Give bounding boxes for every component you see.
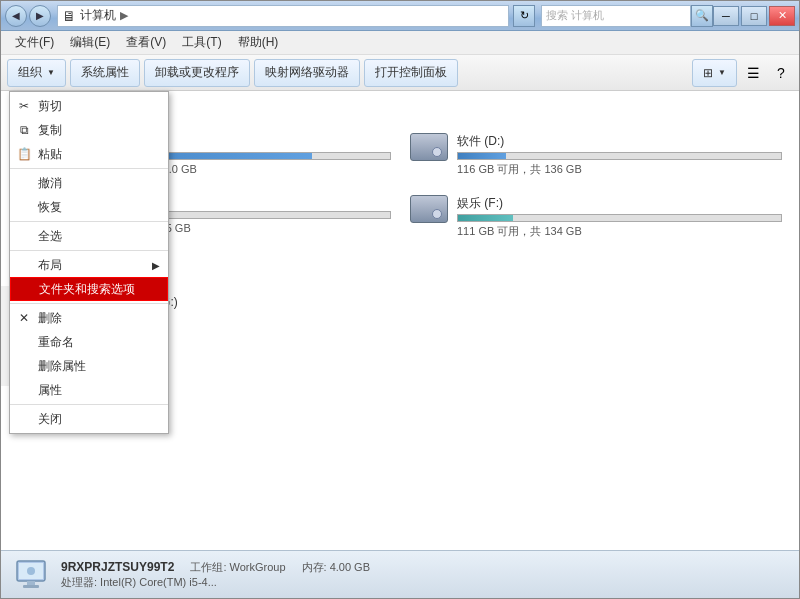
uninstall-button[interactable]: 卸载或更改程序 bbox=[144, 59, 250, 87]
ctx-cut[interactable]: ✂剪切 bbox=[10, 94, 168, 118]
pc-name: 9RXPRJZTSUY99T2 bbox=[61, 560, 174, 575]
ctx-separator-2 bbox=[10, 221, 168, 222]
drive-d[interactable]: 软件 (D:) 116 GB 可用，共 136 GB bbox=[404, 128, 787, 182]
drive-f-icon bbox=[410, 195, 448, 223]
drive-d-size: 116 GB 可用，共 136 GB bbox=[457, 162, 782, 177]
svg-rect-2 bbox=[27, 581, 35, 585]
organize-button[interactable]: 组织 ▼ bbox=[7, 59, 66, 87]
svg-rect-3 bbox=[23, 585, 39, 588]
menu-file[interactable]: 文件(F) bbox=[7, 32, 62, 53]
menu-tools[interactable]: 工具(T) bbox=[174, 32, 229, 53]
menu-help[interactable]: 帮助(H) bbox=[230, 32, 287, 53]
view-options-button[interactable]: ⊞ ▼ bbox=[692, 59, 737, 87]
drive-f[interactable]: 娱乐 (F:) 111 GB 可用，共 134 GB bbox=[404, 190, 787, 244]
status-pc-icon bbox=[13, 557, 49, 593]
copy-icon: ⧉ bbox=[16, 123, 32, 137]
ctx-separator-1 bbox=[10, 168, 168, 169]
main-area: ✂剪切 ⧉复制 📋粘贴 撤消 恢复 全选 布局▶ 文件夹和搜索选项 ✕删除 重命… bbox=[1, 91, 799, 550]
address-text: 计算机 bbox=[80, 7, 116, 24]
address-bar[interactable]: 🖥 计算机 ▶ bbox=[57, 5, 509, 27]
ctx-properties[interactable]: 属性 bbox=[10, 378, 168, 402]
search-bar[interactable]: 搜索 计算机 bbox=[541, 5, 691, 27]
title-bar: ◀ ▶ 🖥 计算机 ▶ ↻ 搜索 计算机 🔍 ─ □ ✕ bbox=[1, 1, 799, 31]
drive-d-icon bbox=[410, 133, 448, 161]
ctx-separator-3 bbox=[10, 250, 168, 251]
delete-icon: ✕ bbox=[16, 311, 32, 325]
system-props-button[interactable]: 系统属性 bbox=[70, 59, 140, 87]
view-dropdown-arrow: ▼ bbox=[718, 68, 726, 77]
ctx-separator-5 bbox=[10, 404, 168, 405]
ctx-delete[interactable]: ✕删除 bbox=[10, 306, 168, 330]
status-bar: 9RXPRJZTSUY99T2 工作组: WorkGroup 内存: 4.00 … bbox=[1, 550, 799, 598]
toolbar: 组织 ▼ 系统属性 卸载或更改程序 映射网络驱动器 打开控制面板 ⊞ ▼ ☰ ? bbox=[1, 55, 799, 91]
ctx-undo[interactable]: 撤消 bbox=[10, 171, 168, 195]
drive-f-icon-container bbox=[409, 195, 449, 223]
computer-svg bbox=[13, 557, 49, 593]
drive-d-info: 软件 (D:) 116 GB 可用，共 136 GB bbox=[457, 133, 782, 177]
refresh-button[interactable]: ↻ bbox=[513, 5, 535, 27]
ctx-close[interactable]: 关闭 bbox=[10, 407, 168, 431]
drive-f-info: 娱乐 (F:) 111 GB 可用，共 134 GB bbox=[457, 195, 782, 239]
ctx-layout[interactable]: 布局▶ bbox=[10, 253, 168, 277]
search-button[interactable]: 🔍 bbox=[691, 5, 713, 27]
status-info: 9RXPRJZTSUY99T2 工作组: WorkGroup 内存: 4.00 … bbox=[61, 560, 370, 590]
ctx-separator-4 bbox=[10, 303, 168, 304]
menu-view[interactable]: 查看(V) bbox=[118, 32, 174, 53]
minimize-button[interactable]: ─ bbox=[713, 6, 739, 26]
status-row-1: 9RXPRJZTSUY99T2 工作组: WorkGroup 内存: 4.00 … bbox=[61, 560, 370, 575]
address-arrow: ▶ bbox=[120, 9, 128, 22]
details-view-button[interactable]: ☰ bbox=[741, 61, 765, 85]
ctx-remove-props[interactable]: 删除属性 bbox=[10, 354, 168, 378]
workgroup: 工作组: WorkGroup bbox=[190, 560, 285, 575]
cut-icon: ✂ bbox=[16, 99, 32, 113]
computer-icon: 🖥 bbox=[62, 8, 76, 24]
window-controls: ─ □ ✕ bbox=[713, 6, 795, 26]
search-placeholder: 搜索 计算机 bbox=[546, 8, 604, 23]
paste-icon: 📋 bbox=[16, 147, 32, 161]
drive-d-icon-container bbox=[409, 133, 449, 161]
ctx-select-all[interactable]: 全选 bbox=[10, 224, 168, 248]
organize-dropdown-arrow: ▼ bbox=[47, 68, 55, 77]
processor: 处理器: Intel(R) Core(TM) i5-4... bbox=[61, 576, 217, 588]
context-menu: ✂剪切 ⧉复制 📋粘贴 撤消 恢复 全选 布局▶ 文件夹和搜索选项 ✕删除 重命… bbox=[9, 91, 169, 434]
ctx-copy[interactable]: ⧉复制 bbox=[10, 118, 168, 142]
status-row-2: 处理器: Intel(R) Core(TM) i5-4... bbox=[61, 575, 370, 590]
forward-button[interactable]: ▶ bbox=[29, 5, 51, 27]
layout-arrow: ▶ bbox=[152, 260, 160, 271]
drive-d-name: 软件 (D:) bbox=[457, 133, 782, 150]
drive-f-bar bbox=[458, 215, 513, 221]
drive-f-size: 111 GB 可用，共 134 GB bbox=[457, 224, 782, 239]
drive-f-bar-container bbox=[457, 214, 782, 222]
drive-d-bar-container bbox=[457, 152, 782, 160]
drive-f-name: 娱乐 (F:) bbox=[457, 195, 782, 212]
ctx-paste[interactable]: 📋粘贴 bbox=[10, 142, 168, 166]
map-drive-button[interactable]: 映射网络驱动器 bbox=[254, 59, 360, 87]
control-panel-button[interactable]: 打开控制面板 bbox=[364, 59, 458, 87]
nav-buttons: ◀ ▶ bbox=[5, 5, 51, 27]
ctx-folder-options[interactable]: 文件夹和搜索选项 bbox=[10, 277, 168, 301]
drive-d-bar bbox=[458, 153, 506, 159]
back-button[interactable]: ◀ bbox=[5, 5, 27, 27]
ctx-rename[interactable]: 重命名 bbox=[10, 330, 168, 354]
ctx-redo[interactable]: 恢复 bbox=[10, 195, 168, 219]
close-button[interactable]: ✕ bbox=[769, 6, 795, 26]
toolbar-right: ⊞ ▼ ☰ ? bbox=[692, 59, 793, 87]
maximize-button[interactable]: □ bbox=[741, 6, 767, 26]
menu-bar: 文件(F) 编辑(E) 查看(V) 工具(T) 帮助(H) bbox=[1, 31, 799, 55]
help-button[interactable]: ? bbox=[769, 61, 793, 85]
main-window: ◀ ▶ 🖥 计算机 ▶ ↻ 搜索 计算机 🔍 ─ □ ✕ 文件(F) 编辑(E)… bbox=[0, 0, 800, 599]
memory: 内存: 4.00 GB bbox=[302, 560, 370, 575]
menu-edit[interactable]: 编辑(E) bbox=[62, 32, 118, 53]
svg-point-4 bbox=[27, 567, 35, 575]
